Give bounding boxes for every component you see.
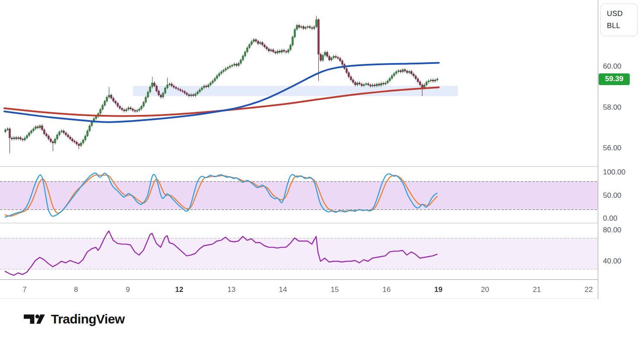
time-tick-label: 7 (22, 285, 26, 294)
time-tick-label: 9 (126, 285, 130, 294)
axis-tick-label: 50.00 (603, 192, 622, 200)
time-tick-label: 20 (481, 285, 489, 294)
time-axis[interactable]: 789121314151619202122 (0, 280, 598, 299)
tradingview-watermark[interactable]: TradingView (24, 312, 125, 326)
last-price-badge: 59.39 (599, 73, 630, 85)
chart-canvas[interactable] (0, 0, 598, 299)
axis-tick-label: 56.00 (603, 144, 622, 152)
time-tick-label: 19 (435, 285, 443, 294)
tradingview-logo-icon (24, 312, 45, 326)
time-tick-label: 15 (331, 285, 339, 294)
price-axis-column[interactable]: 60.0058.0056.00100.0050.000.0080.0040.00 (598, 0, 644, 299)
tradingview-chart-screenshot: 60.0058.0056.00100.0050.000.0080.0040.00… (0, 0, 644, 339)
time-tick-label: 21 (533, 285, 541, 294)
tradingview-watermark-label: TradingView (51, 312, 125, 326)
symbol-legend: USD BLL (600, 3, 638, 36)
time-tick-label: 13 (228, 285, 236, 294)
symbol-ticker-label: BLL (607, 22, 637, 30)
axis-tick-label: 60.00 (603, 63, 622, 70)
time-tick-label: 12 (175, 285, 184, 294)
time-tick-label: 22 (585, 285, 593, 294)
time-tick-label: 14 (279, 285, 287, 294)
axis-tick-label: 40.00 (603, 257, 622, 265)
symbol-currency-label: USD (607, 10, 637, 18)
time-tick-label: 8 (74, 285, 78, 294)
axis-tick-label: 100.00 (603, 168, 625, 176)
axis-tick-label: 58.00 (603, 104, 622, 111)
axis-tick-label: 0.00 (603, 215, 617, 222)
time-tick-label: 16 (383, 285, 391, 294)
axis-tick-label: 80.00 (603, 226, 622, 234)
